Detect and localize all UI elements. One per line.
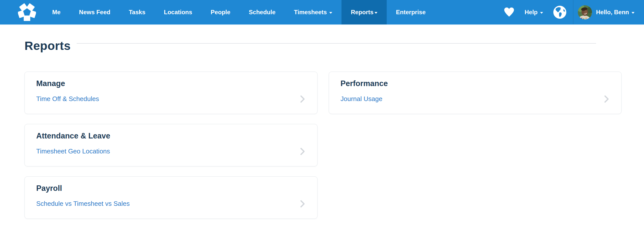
card-link-row: Journal Usage — [340, 95, 610, 103]
card-link-row: Schedule vs Timesheet vs Sales — [36, 200, 306, 208]
nav-item-schedule[interactable]: Schedule — [240, 0, 285, 24]
chevron-right-icon[interactable] — [300, 95, 305, 103]
chevron-down-icon — [632, 12, 634, 14]
nav-item-label: Schedule — [249, 9, 276, 16]
nav-item-label: Reports — [351, 9, 374, 16]
link-journal-usage[interactable]: Journal Usage — [340, 95, 382, 103]
nav-spacer — [435, 0, 504, 24]
nav-item-reports[interactable]: Reports — [342, 0, 387, 24]
nav-item-label: Tasks — [129, 9, 146, 16]
nav-item-me[interactable]: Me — [43, 0, 70, 24]
nav-right-section: Help — [504, 0, 644, 24]
card-payroll: Payroll Schedule vs Timesheet vs Sales — [24, 176, 318, 219]
nav-item-enterprise[interactable]: Enterprise — [387, 0, 435, 24]
card-attendance-and-leave: Attendance & Leave Timesheet Geo Locatio… — [24, 124, 318, 166]
user-menu[interactable]: Hello, Benn — [573, 5, 644, 19]
card-link-row: Time Off & Schedules — [36, 95, 306, 103]
main-nav: Me News Feed Tasks Locations People Sche… — [43, 0, 435, 24]
nav-item-timesheets[interactable]: Timesheets — [285, 0, 342, 24]
chevron-right-icon[interactable] — [300, 200, 305, 208]
help-label: Help — [524, 9, 538, 16]
card-title: Payroll — [36, 183, 306, 193]
avatar — [578, 5, 592, 19]
card-manage: Manage Time Off & Schedules — [24, 72, 318, 114]
nav-item-label: Enterprise — [396, 9, 426, 16]
deputy-logo[interactable] — [18, 0, 36, 24]
header-divider — [77, 43, 596, 44]
nav-item-label: News Feed — [79, 9, 110, 16]
globe-icon[interactable] — [553, 5, 566, 19]
nav-item-news-feed[interactable]: News Feed — [70, 0, 120, 24]
nav-item-label: Timesheets — [294, 9, 327, 16]
chevron-down-icon — [329, 12, 332, 14]
link-timesheet-geo-locations[interactable]: Timesheet Geo Locations — [36, 147, 110, 155]
page-title: Reports — [24, 39, 71, 53]
help-menu[interactable]: Help — [522, 9, 546, 16]
main-content: Reports Manage Time Off & Schedules Perf… — [0, 39, 644, 219]
nav-item-people[interactable]: People — [201, 0, 240, 24]
nav-item-tasks[interactable]: Tasks — [120, 0, 155, 24]
heart-icon[interactable] — [504, 7, 514, 17]
link-schedule-vs-timesheet-vs-sales[interactable]: Schedule vs Timesheet vs Sales — [36, 200, 130, 208]
user-greeting: Hello, Benn — [596, 9, 629, 16]
nav-item-label: Me — [52, 9, 60, 16]
top-navbar: Me News Feed Tasks Locations People Sche… — [0, 0, 644, 25]
card-link-row: Timesheet Geo Locations — [36, 147, 306, 155]
chevron-down-icon — [374, 12, 378, 14]
card-title: Performance — [340, 79, 610, 89]
page-header: Reports — [24, 39, 644, 53]
report-cards: Manage Time Off & Schedules Performance … — [24, 72, 644, 219]
deputy-logo-icon — [18, 2, 36, 22]
nav-item-locations[interactable]: Locations — [155, 0, 201, 24]
nav-item-label: People — [210, 9, 230, 16]
card-performance: Performance Journal Usage — [329, 72, 622, 114]
card-title: Manage — [36, 79, 306, 89]
chevron-down-icon — [540, 12, 543, 14]
chevron-right-icon[interactable] — [604, 95, 609, 103]
nav-item-label: Locations — [164, 9, 192, 16]
card-title: Attendance & Leave — [36, 131, 306, 141]
link-time-off-and-schedules[interactable]: Time Off & Schedules — [36, 95, 99, 103]
chevron-right-icon[interactable] — [300, 148, 305, 155]
